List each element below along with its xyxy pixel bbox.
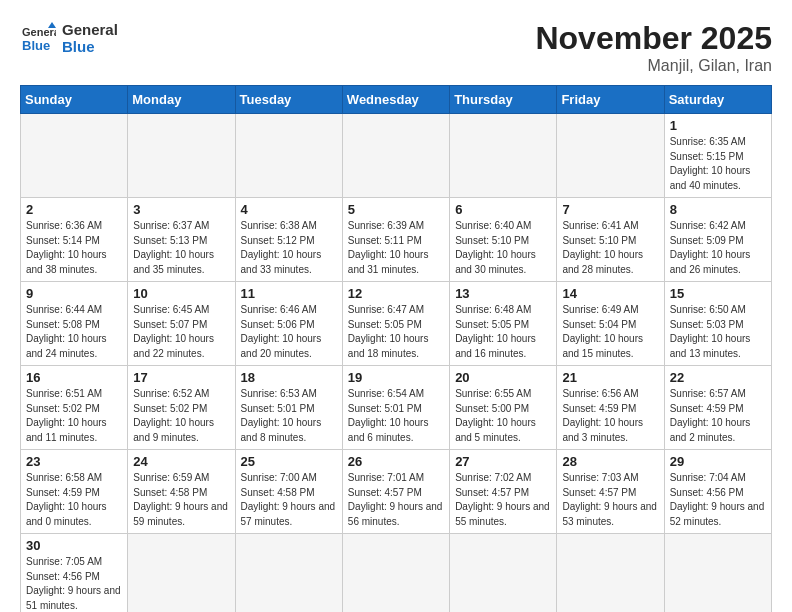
- day-number: 14: [562, 286, 658, 301]
- week-row-1: 2Sunrise: 6:36 AMSunset: 5:14 PMDaylight…: [21, 198, 772, 282]
- day-info: Sunrise: 6:40 AMSunset: 5:10 PMDaylight:…: [455, 219, 551, 277]
- week-row-4: 23Sunrise: 6:58 AMSunset: 4:59 PMDayligh…: [21, 450, 772, 534]
- day-number: 29: [670, 454, 766, 469]
- day-info: Sunrise: 6:37 AMSunset: 5:13 PMDaylight:…: [133, 219, 229, 277]
- day-number: 4: [241, 202, 337, 217]
- calendar-cell: [557, 534, 664, 613]
- day-info: Sunrise: 6:53 AMSunset: 5:01 PMDaylight:…: [241, 387, 337, 445]
- day-info: Sunrise: 6:54 AMSunset: 5:01 PMDaylight:…: [348, 387, 444, 445]
- day-number: 27: [455, 454, 551, 469]
- svg-marker-2: [48, 22, 56, 28]
- calendar-cell: 27Sunrise: 7:02 AMSunset: 4:57 PMDayligh…: [450, 450, 557, 534]
- calendar-cell: 25Sunrise: 7:00 AMSunset: 4:58 PMDayligh…: [235, 450, 342, 534]
- day-info: Sunrise: 7:03 AMSunset: 4:57 PMDaylight:…: [562, 471, 658, 529]
- day-number: 12: [348, 286, 444, 301]
- day-number: 19: [348, 370, 444, 385]
- weekday-header-monday: Monday: [128, 86, 235, 114]
- calendar-cell: 14Sunrise: 6:49 AMSunset: 5:04 PMDayligh…: [557, 282, 664, 366]
- calendar-cell: 7Sunrise: 6:41 AMSunset: 5:10 PMDaylight…: [557, 198, 664, 282]
- calendar-cell: 24Sunrise: 6:59 AMSunset: 4:58 PMDayligh…: [128, 450, 235, 534]
- day-info: Sunrise: 7:05 AMSunset: 4:56 PMDaylight:…: [26, 555, 122, 612]
- day-number: 16: [26, 370, 122, 385]
- calendar-cell: [342, 534, 449, 613]
- calendar-cell: 10Sunrise: 6:45 AMSunset: 5:07 PMDayligh…: [128, 282, 235, 366]
- day-number: 9: [26, 286, 122, 301]
- calendar-cell: [235, 534, 342, 613]
- day-number: 20: [455, 370, 551, 385]
- calendar-cell: 26Sunrise: 7:01 AMSunset: 4:57 PMDayligh…: [342, 450, 449, 534]
- day-number: 3: [133, 202, 229, 217]
- calendar-cell: 18Sunrise: 6:53 AMSunset: 5:01 PMDayligh…: [235, 366, 342, 450]
- calendar-cell: 28Sunrise: 7:03 AMSunset: 4:57 PMDayligh…: [557, 450, 664, 534]
- calendar-cell: 3Sunrise: 6:37 AMSunset: 5:13 PMDaylight…: [128, 198, 235, 282]
- day-number: 21: [562, 370, 658, 385]
- day-info: Sunrise: 6:59 AMSunset: 4:58 PMDaylight:…: [133, 471, 229, 529]
- day-number: 1: [670, 118, 766, 133]
- logo-blue-text: Blue: [62, 38, 118, 55]
- day-number: 18: [241, 370, 337, 385]
- calendar-cell: 2Sunrise: 6:36 AMSunset: 5:14 PMDaylight…: [21, 198, 128, 282]
- day-info: Sunrise: 6:48 AMSunset: 5:05 PMDaylight:…: [455, 303, 551, 361]
- weekday-header-wednesday: Wednesday: [342, 86, 449, 114]
- day-info: Sunrise: 6:42 AMSunset: 5:09 PMDaylight:…: [670, 219, 766, 277]
- day-info: Sunrise: 6:52 AMSunset: 5:02 PMDaylight:…: [133, 387, 229, 445]
- day-info: Sunrise: 6:46 AMSunset: 5:06 PMDaylight:…: [241, 303, 337, 361]
- day-info: Sunrise: 6:57 AMSunset: 4:59 PMDaylight:…: [670, 387, 766, 445]
- calendar-cell: 13Sunrise: 6:48 AMSunset: 5:05 PMDayligh…: [450, 282, 557, 366]
- week-row-0: 1Sunrise: 6:35 AMSunset: 5:15 PMDaylight…: [21, 114, 772, 198]
- day-number: 25: [241, 454, 337, 469]
- day-number: 2: [26, 202, 122, 217]
- day-info: Sunrise: 6:44 AMSunset: 5:08 PMDaylight:…: [26, 303, 122, 361]
- calendar-cell: [557, 114, 664, 198]
- calendar-cell: 29Sunrise: 7:04 AMSunset: 4:56 PMDayligh…: [664, 450, 771, 534]
- calendar-cell: 19Sunrise: 6:54 AMSunset: 5:01 PMDayligh…: [342, 366, 449, 450]
- day-info: Sunrise: 6:58 AMSunset: 4:59 PMDaylight:…: [26, 471, 122, 529]
- day-info: Sunrise: 6:39 AMSunset: 5:11 PMDaylight:…: [348, 219, 444, 277]
- calendar-cell: 8Sunrise: 6:42 AMSunset: 5:09 PMDaylight…: [664, 198, 771, 282]
- day-info: Sunrise: 6:45 AMSunset: 5:07 PMDaylight:…: [133, 303, 229, 361]
- calendar-cell: [128, 534, 235, 613]
- day-info: Sunrise: 7:04 AMSunset: 4:56 PMDaylight:…: [670, 471, 766, 529]
- calendar-cell: [450, 114, 557, 198]
- day-number: 17: [133, 370, 229, 385]
- calendar-cell: 1Sunrise: 6:35 AMSunset: 5:15 PMDaylight…: [664, 114, 771, 198]
- day-number: 23: [26, 454, 122, 469]
- day-info: Sunrise: 7:02 AMSunset: 4:57 PMDaylight:…: [455, 471, 551, 529]
- calendar-cell: 4Sunrise: 6:38 AMSunset: 5:12 PMDaylight…: [235, 198, 342, 282]
- day-info: Sunrise: 6:56 AMSunset: 4:59 PMDaylight:…: [562, 387, 658, 445]
- day-info: Sunrise: 6:35 AMSunset: 5:15 PMDaylight:…: [670, 135, 766, 193]
- week-row-3: 16Sunrise: 6:51 AMSunset: 5:02 PMDayligh…: [21, 366, 772, 450]
- day-info: Sunrise: 6:50 AMSunset: 5:03 PMDaylight:…: [670, 303, 766, 361]
- logo-general-text: General: [62, 21, 118, 38]
- day-info: Sunrise: 6:49 AMSunset: 5:04 PMDaylight:…: [562, 303, 658, 361]
- calendar-header: SundayMondayTuesdayWednesdayThursdayFrid…: [21, 86, 772, 114]
- weekday-header-sunday: Sunday: [21, 86, 128, 114]
- calendar-cell: 21Sunrise: 6:56 AMSunset: 4:59 PMDayligh…: [557, 366, 664, 450]
- day-info: Sunrise: 6:41 AMSunset: 5:10 PMDaylight:…: [562, 219, 658, 277]
- day-number: 22: [670, 370, 766, 385]
- day-info: Sunrise: 7:01 AMSunset: 4:57 PMDaylight:…: [348, 471, 444, 529]
- day-number: 26: [348, 454, 444, 469]
- calendar-cell: 20Sunrise: 6:55 AMSunset: 5:00 PMDayligh…: [450, 366, 557, 450]
- calendar-cell: 22Sunrise: 6:57 AMSunset: 4:59 PMDayligh…: [664, 366, 771, 450]
- day-info: Sunrise: 7:00 AMSunset: 4:58 PMDaylight:…: [241, 471, 337, 529]
- title-block: November 2025 Manjil, Gilan, Iran: [535, 20, 772, 75]
- day-info: Sunrise: 6:38 AMSunset: 5:12 PMDaylight:…: [241, 219, 337, 277]
- month-title: November 2025: [535, 20, 772, 57]
- calendar-cell: 5Sunrise: 6:39 AMSunset: 5:11 PMDaylight…: [342, 198, 449, 282]
- calendar-cell: 12Sunrise: 6:47 AMSunset: 5:05 PMDayligh…: [342, 282, 449, 366]
- day-number: 10: [133, 286, 229, 301]
- day-number: 8: [670, 202, 766, 217]
- day-number: 30: [26, 538, 122, 553]
- page-header: General Blue General Blue November 2025 …: [20, 20, 772, 75]
- calendar-cell: [128, 114, 235, 198]
- calendar-cell: 15Sunrise: 6:50 AMSunset: 5:03 PMDayligh…: [664, 282, 771, 366]
- weekday-header-saturday: Saturday: [664, 86, 771, 114]
- week-row-2: 9Sunrise: 6:44 AMSunset: 5:08 PMDaylight…: [21, 282, 772, 366]
- calendar-cell: 16Sunrise: 6:51 AMSunset: 5:02 PMDayligh…: [21, 366, 128, 450]
- calendar-cell: [342, 114, 449, 198]
- day-number: 24: [133, 454, 229, 469]
- day-number: 13: [455, 286, 551, 301]
- calendar-cell: [664, 534, 771, 613]
- weekday-header-thursday: Thursday: [450, 86, 557, 114]
